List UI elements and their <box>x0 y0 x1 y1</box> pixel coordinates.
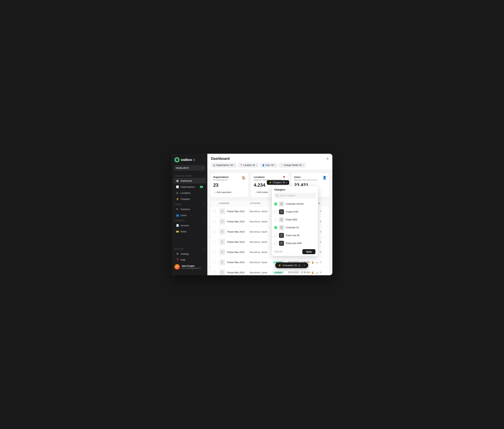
row-check[interactable] <box>213 210 216 213</box>
charger-thumbnail <box>219 249 225 255</box>
sidebar-item-label: Settings <box>181 253 189 255</box>
sidebar-item-locations[interactable]: ◎ Locations <box>173 190 206 196</box>
sidebar-item-help[interactable]: ❓ Help <box>173 257 206 263</box>
sidebar-item-chargers[interactable]: ⚡ Chargers <box>173 196 206 202</box>
actions-cell: 🔒 ☁ ⚙ <box>311 261 326 264</box>
table-row: Pulsar Max 2413 Barcelona, Spain READY 0… <box>210 268 329 275</box>
item-thumbnail <box>279 241 284 246</box>
chargers-filter-trigger: ⚡ Chargers: All ▾ <box>267 180 289 185</box>
charger-cell: Pulsar Max 2413 <box>219 269 250 275</box>
charger-name: Pulsar Max 2413 <box>227 271 245 274</box>
dropdown-item[interactable]: ✓ Comander 34 <box>272 223 318 232</box>
chargers-filter-button[interactable]: ⚡ Chargers: All ▾ <box>267 180 289 185</box>
settings-icon[interactable]: ⚙ <box>320 210 322 213</box>
row-checkbox <box>213 251 219 253</box>
org-name: WallboxBCN <box>176 167 189 169</box>
sidebar-item-label: Dashboard <box>181 179 192 182</box>
sidebar-item-invoices[interactable]: 🧾 Invoices <box>173 223 206 228</box>
sidebar-user[interactable]: JC Jane Cooper jane.cooper@gmail.com <box>172 263 207 271</box>
dropdown-item[interactable]: ✓ Comander 341233 <box>272 200 318 208</box>
filter-user[interactable]: 👤 User: All ▾ <box>260 163 277 168</box>
dropdown-item[interactable]: Pulsar max 98 <box>272 232 318 239</box>
item-checkbox[interactable]: ✓ <box>274 203 277 206</box>
chevron-down-icon: ▾ <box>202 167 203 169</box>
svg-rect-11 <box>221 241 223 242</box>
item-checkbox[interactable] <box>274 234 277 237</box>
filter-location[interactable]: 📍 Location: All ▾ <box>238 163 259 168</box>
row-check[interactable] <box>213 251 216 253</box>
search-input[interactable] <box>280 194 314 197</box>
charger-thumbnail <box>219 239 225 245</box>
row-check[interactable] <box>213 261 216 263</box>
clear-all-button[interactable]: Clear All <box>274 250 282 253</box>
row-check[interactable] <box>213 271 216 274</box>
item-thumbnail <box>279 201 284 206</box>
item-checkbox[interactable] <box>274 242 277 245</box>
dropdown-footer: Clear All Apply <box>272 247 318 256</box>
sidebar-item-sessions[interactable]: ↻ Sessions <box>173 206 206 212</box>
avatar: JC <box>174 264 180 269</box>
settings-icon[interactable]: ⚙ <box>320 261 322 264</box>
sessions-icon: ↻ <box>176 208 179 211</box>
svg-point-18 <box>222 263 223 263</box>
row-check[interactable] <box>213 230 216 233</box>
lock-icon[interactable]: 🔒 <box>311 271 314 274</box>
dropdown-item[interactable]: Pulsar 0823 <box>272 216 318 223</box>
status-badge: READY <box>273 271 284 274</box>
lock-icon[interactable]: 🔒 <box>311 261 314 264</box>
apply-button[interactable]: Apply <box>302 249 315 254</box>
dropdown-item[interactable]: Cooper 9734 <box>272 208 318 216</box>
charger-thumbnail <box>219 259 225 265</box>
svg-point-39 <box>281 244 282 244</box>
add-organization-button[interactable]: + Add organization <box>213 190 234 194</box>
row-checkbox <box>213 241 219 243</box>
toast-label: Comander 23, +1 <box>283 264 301 267</box>
settings-icon[interactable]: ⚙ <box>320 230 322 233</box>
filter-organizations-label: Organizations: All <box>216 164 233 166</box>
chargers-filter-label: Chargers: All <box>273 181 285 184</box>
sidebar-item-organizations[interactable]: ⬜ Organizations 3 <box>173 184 206 190</box>
sidebar-item-settings[interactable]: ⚙ Settings <box>173 251 206 257</box>
svg-point-27 <box>281 212 282 213</box>
svg-point-9 <box>222 232 223 233</box>
charger-cell: Pulsar Max 2413 <box>219 249 250 255</box>
item-checkbox[interactable]: ✓ <box>274 226 277 229</box>
toast-close-button[interactable]: ✕ <box>304 264 305 267</box>
dropdown-item[interactable]: Pulsar plus 0345 <box>272 239 318 247</box>
add-location-button[interactable]: + Add location <box>254 190 270 194</box>
row-checkbox <box>213 210 219 213</box>
invoices-icon: 🧾 <box>176 224 179 227</box>
sidebar-item-users[interactable]: 👥 Users <box>173 212 206 218</box>
row-check[interactable] <box>213 220 216 223</box>
settings-icon[interactable]: ⚙ <box>320 220 322 223</box>
charger-name: Pulsar Max 2413 <box>227 210 245 213</box>
item-thumbnail <box>279 225 284 230</box>
filter-charger-model[interactable]: ⚡ Charger Model: All ▾ <box>279 163 305 168</box>
sidebar-item-label: Chargers <box>181 198 190 200</box>
search-icon: 🔍 <box>276 194 279 197</box>
charger-cell: Pulsar Max 2413 <box>219 259 250 265</box>
item-checkbox[interactable] <box>274 218 277 221</box>
sidebar-item-label: Organizations <box>181 186 195 188</box>
sidebar-item-dashboard[interactable]: ▦ Dashboard <box>173 178 206 184</box>
sidebar-item-rates[interactable]: 💳 Rates <box>173 229 206 234</box>
item-thumbnail <box>279 233 284 238</box>
row-check[interactable] <box>213 241 216 243</box>
sync-icon[interactable]: ☁ <box>316 261 318 264</box>
item-checkbox[interactable] <box>274 210 277 213</box>
stat-value: 23 <box>213 182 246 188</box>
filter-organizations[interactable]: 🏢 Organizations: All ▾ <box>211 163 237 168</box>
settings-icon[interactable]: ⚙ <box>320 271 322 274</box>
sync-icon[interactable]: ☁ <box>316 271 318 274</box>
row-checkbox <box>213 230 219 233</box>
svg-rect-16 <box>221 261 223 264</box>
org-selector[interactable]: WallboxBCN ▾ <box>174 165 205 171</box>
item-name: Cooper 9734 <box>286 211 298 213</box>
settings-icon[interactable]: ⚙ <box>320 250 322 253</box>
organizations-badge: 3 <box>200 186 203 188</box>
settings-icon[interactable]: ⚙ <box>320 241 322 243</box>
stat-subtitle: Manage users and access <box>294 179 317 181</box>
location-filter-icon: 📍 <box>240 164 243 166</box>
filter-location-label: Location: All <box>243 164 255 166</box>
header-settings-button[interactable]: ⚙ <box>326 157 329 160</box>
